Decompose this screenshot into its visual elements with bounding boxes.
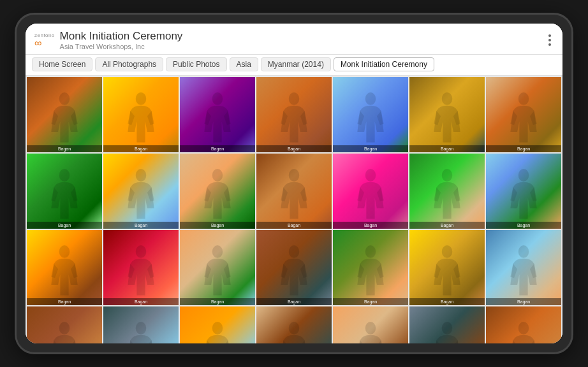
photo-location-label: Bagan [180,298,255,305]
breadcrumb: Home ScreenAll PhotographsPublic PhotosA… [26,55,562,76]
header-left: zenfolio ∞ Monk Initiation Ceremony Asia… [34,30,182,50]
photo-cell[interactable]: Bagan [103,230,179,305]
header-titles: Monk Initiation Ceremony Asia Travel Wor… [60,30,183,50]
photo-cell[interactable]: Bagan [103,306,179,343]
photo-cell[interactable]: Bagan [27,154,102,229]
photo-cell[interactable]: Bagan [486,230,561,305]
photo-location-label: Bagan [486,298,561,305]
svg-point-3 [289,92,300,105]
photo-location-label: Bagan [256,145,332,152]
photo-location-label: Bagan [333,298,408,305]
photo-cell[interactable]: Bagan [409,230,485,305]
svg-point-16 [212,245,223,258]
breadcrumb-item-public-photos[interactable]: Public Photos [166,57,226,71]
photo-location-label: Bagan [256,222,332,229]
svg-point-26 [442,322,453,335]
photo-location-label: Bagan [486,222,561,229]
svg-point-8 [136,169,147,182]
photo-location-label: Bagan [409,298,485,305]
page-subtitle: Asia Travel Workshops, Inc [60,43,183,50]
photo-cell[interactable]: Bagan [409,154,485,229]
svg-point-9 [212,169,223,182]
photo-cell[interactable]: Bagan [333,154,408,229]
svg-point-12 [442,169,453,182]
photo-cell[interactable]: Bagan [180,77,255,152]
photo-location-label: Bagan [333,222,408,229]
svg-point-19 [442,245,453,258]
photo-cell[interactable]: Bagan [27,230,102,305]
more-options-button[interactable] [546,32,554,48]
breadcrumb-item-monk-initiation-ceremony[interactable]: Monk Initiation Ceremony [334,57,434,71]
photo-location-label: Bagan [27,298,102,305]
photo-cell[interactable]: Bagan [486,154,561,229]
photo-cell[interactable]: Bagan [256,230,332,305]
app-header: zenfolio ∞ Monk Initiation Ceremony Asia… [26,24,562,55]
svg-point-10 [289,169,300,182]
photo-location-label: Bagan [103,145,179,152]
svg-point-0 [59,92,70,105]
photo-grid-container[interactable]: Bagan Bagan Bagan Bagan Bagan [26,76,562,343]
photo-cell[interactable]: Bagan [409,306,485,343]
logo-infinity-icon: ∞ [34,38,41,48]
photo-location-label: Bagan [103,222,179,229]
breadcrumb-item-asia[interactable]: Asia [230,57,258,71]
photo-grid: Bagan Bagan Bagan Bagan Bagan [26,76,562,343]
photo-location-label: Bagan [27,222,102,229]
photo-location-label: Bagan [103,298,179,305]
breadcrumb-item-home-screen[interactable]: Home Screen [32,57,92,71]
photo-location-label: Bagan [409,145,485,152]
svg-point-11 [365,169,376,182]
svg-point-23 [212,322,223,335]
photo-cell[interactable]: Bagan [256,306,332,343]
svg-point-27 [518,322,529,335]
photo-cell[interactable]: Bagan [486,77,561,152]
svg-point-17 [289,245,300,258]
photo-location-label: Bagan [27,145,102,152]
photo-cell[interactable]: Bagan [180,230,255,305]
photo-cell[interactable]: Bagan [333,230,408,305]
svg-point-18 [365,245,376,258]
photo-cell[interactable]: Bagan [333,306,408,343]
svg-point-14 [59,245,70,258]
menu-dot-1 [548,34,551,37]
menu-dot-2 [548,39,551,41]
photo-location-label: Bagan [333,145,408,152]
photo-location-label: Bagan [180,145,255,152]
photo-cell[interactable]: Bagan [256,154,332,229]
svg-point-13 [518,169,529,182]
photo-cell[interactable]: Bagan [486,306,561,343]
zenfolio-logo: zenfolio ∞ [34,32,55,48]
svg-point-24 [289,322,300,335]
device-frame: zenfolio ∞ Monk Initiation Ceremony Asia… [17,15,571,352]
photo-cell[interactable]: Bagan [409,77,485,152]
photo-location-label: Bagan [486,145,561,152]
page-title: Monk Initiation Ceremony [60,30,183,43]
photo-cell[interactable]: Bagan [27,77,102,152]
svg-point-25 [365,322,376,335]
breadcrumb-item-all-photographs[interactable]: All Photographs [95,57,163,71]
device-screen: zenfolio ∞ Monk Initiation Ceremony Asia… [26,24,562,343]
breadcrumb-item-myanmar-(2014)[interactable]: Myanmar (2014) [261,57,331,71]
svg-point-7 [59,169,70,182]
menu-dot-3 [548,43,551,46]
svg-point-21 [59,322,70,335]
svg-point-4 [365,92,376,105]
svg-point-2 [212,92,223,105]
photo-cell[interactable]: Bagan [103,154,179,229]
svg-point-5 [442,92,453,105]
svg-point-15 [136,245,147,258]
photo-location-label: Bagan [256,298,332,305]
svg-point-6 [518,92,529,105]
photo-cell[interactable]: Bagan [180,306,255,343]
photo-location-label: Bagan [409,222,485,229]
photo-location-label: Bagan [180,222,255,229]
svg-point-22 [136,322,147,335]
photo-cell[interactable]: Bagan [180,154,255,229]
photo-cell[interactable]: Bagan [103,77,179,152]
photo-cell[interactable]: Bagan [27,306,102,343]
photo-cell[interactable]: Bagan [256,77,332,152]
photo-cell[interactable]: Bagan [333,77,408,152]
svg-point-1 [136,92,147,105]
svg-point-20 [518,245,529,258]
